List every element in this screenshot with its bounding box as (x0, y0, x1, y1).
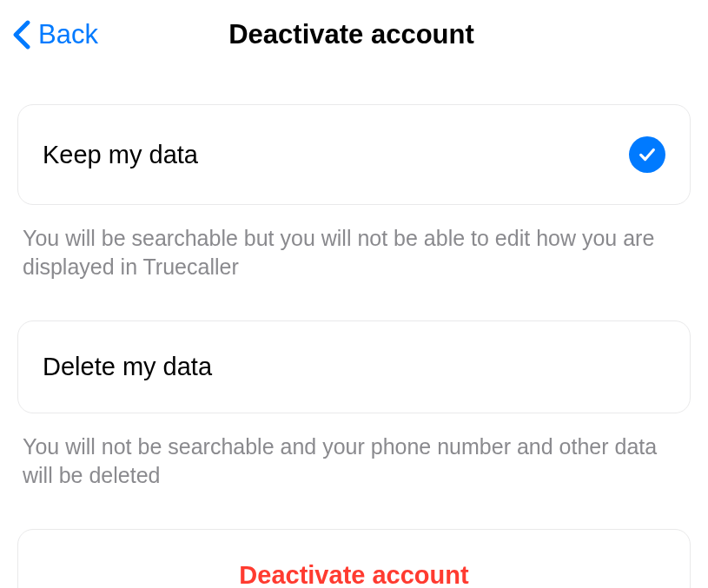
option-keep-description: You will be searchable but you will not … (17, 205, 691, 281)
spacer (17, 281, 691, 320)
content-area: Keep my data You will be searchable but … (0, 63, 708, 588)
deactivate-account-button[interactable]: Deactivate account (17, 529, 691, 588)
option-keep-my-data[interactable]: Keep my data (17, 104, 691, 205)
checkmark-icon (629, 136, 665, 173)
option-keep-label: Keep my data (43, 141, 198, 169)
page-title: Deactivate account (228, 19, 474, 50)
header-bar: Back Deactivate account (0, 0, 708, 63)
option-delete-my-data[interactable]: Delete my data (17, 320, 691, 413)
back-label: Back (38, 19, 98, 50)
option-delete-label: Delete my data (43, 353, 212, 381)
option-delete-description: You will not be searchable and your phon… (17, 413, 691, 489)
chevron-left-icon (12, 20, 31, 50)
deactivate-label: Deactivate account (239, 561, 468, 588)
back-button[interactable]: Back (12, 19, 98, 50)
